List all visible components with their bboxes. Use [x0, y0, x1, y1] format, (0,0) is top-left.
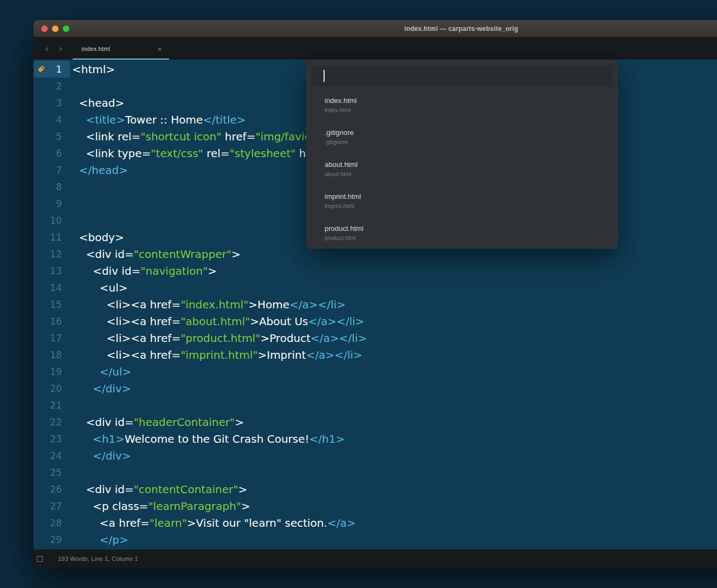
gutter-cell: 12: [34, 245, 70, 262]
gutter-cell: 6: [34, 145, 70, 161]
code-line[interactable]: 20 </div>: [34, 380, 717, 397]
gutter-cell: 18: [34, 346, 70, 363]
tab-bar: ‹ › index.html ×: [34, 37, 717, 60]
code-line-text: </head>: [70, 164, 128, 177]
file-list-item[interactable]: product.htmlproduct.html: [306, 220, 618, 249]
code-line-text: <ul>: [70, 281, 128, 294]
code-line-text: <li><a href="product.html">Product</a></…: [70, 332, 367, 345]
line-number: 8: [56, 182, 62, 192]
line-number: 10: [50, 215, 62, 226]
gutter-cell: 22: [34, 413, 70, 430]
code-line[interactable]: 13 <div id="navigation">: [34, 262, 717, 279]
gutter-cell: 25: [34, 464, 70, 481]
line-number: 7: [56, 165, 62, 176]
code-line-text: <p class="learnParagraph">: [70, 500, 250, 513]
file-name: index.html: [325, 96, 618, 105]
gutter-cell: 13: [34, 262, 70, 279]
code-line[interactable]: 29 </p>: [34, 531, 717, 548]
minimize-window-button[interactable]: [52, 25, 59, 32]
line-number: 5: [56, 131, 62, 142]
file-list-item[interactable]: index.htmlindex.html: [306, 92, 618, 124]
code-line-text: <div id="contentWrapper">: [70, 248, 241, 261]
gutter-cell: 28: [34, 514, 70, 531]
file-name: about.html: [325, 160, 618, 169]
gutter-cell: 11: [34, 229, 70, 245]
desktop-background: index.html — carparts-website_orig ‹ › i…: [0, 0, 717, 588]
history-back-icon[interactable]: ‹: [40, 44, 54, 54]
line-number: 14: [50, 282, 62, 293]
line-number: 16: [50, 316, 62, 327]
code-line[interactable]: 28 <a href="learn">Visit our "learn" sec…: [34, 514, 717, 531]
code-line-text: </p>: [70, 533, 128, 546]
file-name: imprint.html: [325, 192, 618, 201]
line-number: 20: [50, 383, 62, 394]
goto-anything-input[interactable]: [312, 65, 612, 87]
gutter-cell: 16: [34, 313, 70, 329]
code-line-text: <li><a href="about.html">About Us</a></l…: [70, 315, 364, 328]
file-path: about.html: [325, 171, 618, 177]
line-number: 11: [50, 232, 62, 243]
gutter-cell: 1: [34, 61, 70, 77]
tab-label: index.html: [81, 46, 110, 52]
gutter-cell: 7: [34, 161, 70, 178]
code-line[interactable]: 17 <li><a href="product.html">Product</a…: [34, 329, 717, 346]
code-line-text: </div>: [70, 449, 131, 462]
gutter-cell: 19: [34, 363, 70, 380]
zoom-window-button[interactable]: [63, 25, 69, 32]
line-number: 24: [50, 450, 62, 461]
gutter-cell: 26: [34, 481, 70, 497]
code-line-text: <div id="contentContainer">: [70, 483, 247, 496]
file-path: product.html: [325, 235, 618, 241]
code-line[interactable]: 15 <li><a href="index.html">Home</a></li…: [34, 296, 717, 313]
gutter-cell: 24: [34, 447, 70, 464]
code-line[interactable]: 27 <p class="learnParagraph">: [34, 497, 717, 514]
code-line[interactable]: 25: [34, 464, 717, 481]
tab-index-html[interactable]: index.html ×: [73, 37, 169, 60]
code-line-text: <li><a href="imprint.html">Imprint</a></…: [70, 348, 363, 361]
code-line[interactable]: 23 <h1>Welcome to the Git Crash Course!<…: [34, 430, 717, 447]
code-line-text: <link rel="shortcut icon" href="img/favi…: [70, 130, 311, 143]
gutter-cell: 20: [34, 380, 70, 397]
file-list-item[interactable]: about.htmlabout.html: [306, 156, 618, 188]
close-window-button[interactable]: [41, 25, 48, 32]
window-title: index.html — carparts-website_orig: [34, 25, 717, 33]
file-path: imprint.html: [325, 203, 618, 209]
file-name: product.html: [325, 224, 618, 232]
line-number: 19: [50, 366, 62, 377]
code-line-text: </div>: [70, 382, 131, 395]
line-number: 29: [50, 534, 62, 545]
line-number: 4: [56, 114, 62, 125]
tab-close-icon[interactable]: ×: [158, 45, 162, 52]
status-bar: 193 Words, Line 1, Column 1: [34, 550, 717, 568]
history-forward-icon[interactable]: ›: [54, 44, 67, 54]
code-line[interactable]: 14 <ul>: [34, 279, 717, 296]
line-number: 13: [50, 266, 62, 276]
gutter-cell: 27: [34, 497, 70, 514]
code-line[interactable]: 26 <div id="contentContainer">: [34, 481, 717, 497]
bookmark-tag-icon: [37, 66, 44, 73]
goto-anything-panel[interactable]: index.htmlindex.html.gitignore.gitignore…: [306, 60, 618, 249]
code-line-text: <div id="headerContainer">: [70, 416, 244, 429]
code-line[interactable]: 24 </div>: [34, 447, 717, 464]
code-line[interactable]: 22 <div id="headerContainer">: [34, 413, 717, 430]
gutter-cell: 29: [34, 531, 70, 548]
line-number: 6: [56, 148, 62, 159]
code-line-text: <div id="navigation">: [70, 264, 217, 277]
file-path: .gitignore: [325, 139, 618, 145]
line-number: 2: [56, 81, 62, 92]
line-number: 12: [50, 249, 62, 260]
file-list-item[interactable]: .gitignore.gitignore: [306, 124, 618, 156]
window-titlebar[interactable]: index.html — carparts-website_orig: [34, 20, 717, 37]
code-line-text: <html>: [70, 63, 115, 76]
code-line[interactable]: 19 </ul>: [34, 363, 717, 380]
code-line[interactable]: 16 <li><a href="about.html">About Us</a>…: [34, 313, 717, 329]
gutter-cell: 2: [34, 77, 70, 94]
code-line[interactable]: 21: [34, 397, 717, 413]
code-line[interactable]: 18 <li><a href="imprint.html">Imprint</a…: [34, 346, 717, 363]
line-number: 26: [50, 484, 62, 495]
line-number: 1: [56, 64, 62, 75]
file-results-list: index.htmlindex.html.gitignore.gitignore…: [306, 92, 618, 249]
status-indicator-icon[interactable]: [37, 556, 43, 562]
line-number: 21: [50, 400, 62, 411]
file-list-item[interactable]: imprint.htmlimprint.html: [306, 188, 618, 220]
